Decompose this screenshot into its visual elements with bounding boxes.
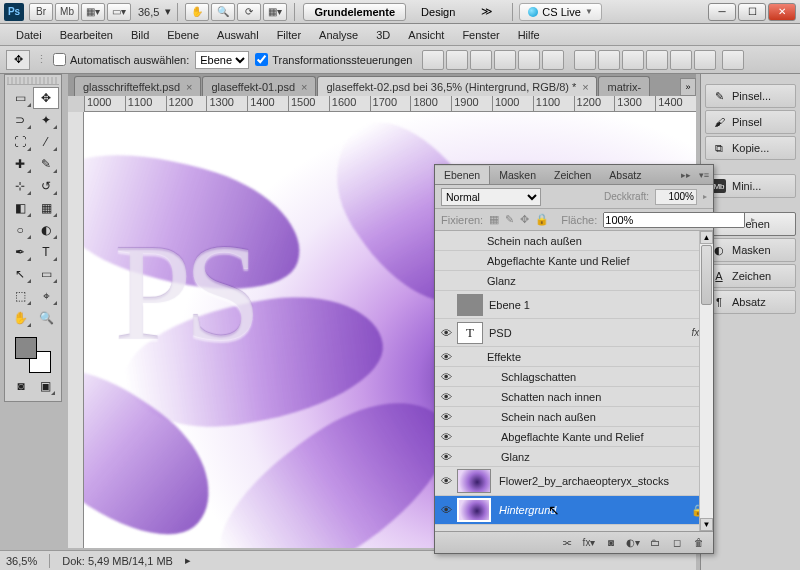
3d-tool[interactable]: ⬚ bbox=[7, 285, 33, 307]
menu-fenster[interactable]: Fenster bbox=[454, 26, 507, 44]
lock-transparent-icon[interactable]: ▦ bbox=[489, 213, 499, 227]
dist-4-icon[interactable] bbox=[646, 50, 668, 70]
auto-select-dropdown[interactable]: Ebene bbox=[195, 51, 249, 69]
visibility-toggle[interactable]: 👁 bbox=[435, 391, 457, 403]
stamp-tool[interactable]: ⊹ bbox=[7, 175, 33, 197]
screenmode-icon[interactable]: ▭▾ bbox=[107, 3, 131, 21]
panel-tab-absatz[interactable]: Absatz bbox=[600, 166, 650, 184]
menu-3d[interactable]: 3D bbox=[368, 26, 398, 44]
menu-analyse[interactable]: Analyse bbox=[311, 26, 366, 44]
zoom-value[interactable]: 36,5 bbox=[138, 6, 159, 18]
lock-all-icon[interactable]: 🔒 bbox=[535, 213, 549, 227]
fx-row[interactable]: Abgeflachte Kante und Relief bbox=[435, 251, 713, 271]
layer-thumb[interactable] bbox=[457, 469, 491, 493]
gradient-tool[interactable]: ▦ bbox=[33, 197, 59, 219]
menu-ebene[interactable]: Ebene bbox=[159, 26, 207, 44]
marquee-tool[interactable]: ▭ bbox=[7, 87, 33, 109]
type-tool[interactable]: T bbox=[33, 241, 59, 263]
visibility-toggle[interactable]: 👁 bbox=[435, 475, 457, 487]
color-swatches[interactable] bbox=[15, 337, 51, 373]
crop-tool[interactable]: ⛶ bbox=[7, 131, 33, 153]
fx-row[interactable]: Glanz bbox=[435, 271, 713, 291]
dist-3-icon[interactable] bbox=[622, 50, 644, 70]
menu-auswahl[interactable]: Auswahl bbox=[209, 26, 267, 44]
maximize-button[interactable]: ☐ bbox=[738, 3, 766, 21]
adjustment-layer-icon[interactable]: ◐▾ bbox=[623, 535, 643, 551]
layer-fx-icon[interactable]: fx▾ bbox=[579, 535, 599, 551]
minibridge-icon[interactable]: Mb bbox=[55, 3, 79, 21]
screenmode-tool-icon[interactable]: ▣ bbox=[33, 375, 57, 397]
panel-tab-zeichen[interactable]: Zeichen bbox=[545, 166, 600, 184]
lock-position-icon[interactable]: ✥ bbox=[520, 213, 529, 227]
tabs-more-icon[interactable]: » bbox=[680, 78, 696, 96]
dodge-tool[interactable]: ◐ bbox=[33, 219, 59, 241]
fx-row[interactable]: 👁Schein nach außen bbox=[435, 407, 713, 427]
workspace-design[interactable]: Design bbox=[410, 3, 466, 21]
hand-tool[interactable]: ✋ bbox=[7, 307, 33, 329]
menu-filter[interactable]: Filter bbox=[269, 26, 309, 44]
dock-pinsel[interactable]: 🖌Pinsel bbox=[705, 110, 796, 134]
cslive-button[interactable]: CS Live ▼ bbox=[519, 3, 601, 21]
layer-row-flower[interactable]: 👁Flower2_by_archaeopteryx_stocks bbox=[435, 467, 713, 496]
auto-align-icon[interactable] bbox=[722, 50, 744, 70]
lock-image-icon[interactable]: ✎ bbox=[505, 213, 514, 227]
dock-pinselvorgaben[interactable]: ✎Pinsel... bbox=[705, 84, 796, 108]
scroll-thumb[interactable] bbox=[701, 245, 712, 305]
blur-tool[interactable]: ○ bbox=[7, 219, 33, 241]
fill-input[interactable] bbox=[603, 212, 745, 228]
wand-tool[interactable]: ✦ bbox=[33, 109, 59, 131]
scroll-up-icon[interactable]: ▲ bbox=[700, 231, 713, 244]
visibility-toggle[interactable]: 👁 bbox=[435, 351, 457, 363]
visibility-toggle[interactable]: 👁 bbox=[435, 504, 457, 516]
layers-scrollbar[interactable]: ▲ ▼ bbox=[699, 231, 713, 531]
dist-6-icon[interactable] bbox=[694, 50, 716, 70]
workspace-more[interactable]: ≫ bbox=[470, 2, 504, 21]
new-group-icon[interactable]: 🗀 bbox=[645, 535, 665, 551]
brush-tool[interactable]: ✎ bbox=[33, 153, 59, 175]
eyedropper-tool[interactable]: ⁄ bbox=[33, 131, 59, 153]
rotate-icon[interactable]: ⟳ bbox=[237, 3, 261, 21]
tab-matrix[interactable]: matrix- bbox=[598, 76, 650, 96]
layer-row-psd[interactable]: 👁TPSDfx ▾ bbox=[435, 319, 713, 347]
scroll-down-icon[interactable]: ▼ bbox=[700, 518, 713, 531]
dist-2-icon[interactable] bbox=[598, 50, 620, 70]
align-right-icon[interactable] bbox=[542, 50, 564, 70]
align-bottom-icon[interactable] bbox=[470, 50, 492, 70]
tab-glasschrifteffekt[interactable]: glasschrifteffekt.psd× bbox=[74, 76, 201, 96]
tab-glaseffekt01[interactable]: glaseffekt-01.psd× bbox=[202, 76, 316, 96]
close-tab-icon[interactable]: × bbox=[301, 81, 307, 93]
history-brush-tool[interactable]: ↺ bbox=[33, 175, 59, 197]
path-select-tool[interactable]: ↖ bbox=[7, 263, 33, 285]
fx-row[interactable]: 👁Schlagschatten bbox=[435, 367, 713, 387]
ruler-horizontal[interactable]: 1000 1100 1200 1300 1400 1500 1600 1700 … bbox=[84, 96, 696, 112]
close-tab-icon[interactable]: × bbox=[186, 81, 192, 93]
bridge-icon[interactable]: Br bbox=[29, 3, 53, 21]
panel-tab-ebenen[interactable]: Ebenen bbox=[435, 166, 490, 184]
visibility-toggle[interactable]: 👁 bbox=[435, 371, 457, 383]
layer-thumb[interactable] bbox=[457, 294, 483, 316]
menu-ansicht[interactable]: Ansicht bbox=[400, 26, 452, 44]
toolbox-grip[interactable] bbox=[7, 77, 59, 85]
menu-datei[interactable]: Datei bbox=[8, 26, 50, 44]
opacity-input[interactable] bbox=[655, 189, 697, 205]
close-tab-icon[interactable]: × bbox=[582, 81, 588, 93]
align-vcenter-icon[interactable] bbox=[446, 50, 468, 70]
status-menu-icon[interactable]: ▸ bbox=[185, 554, 191, 567]
heal-tool[interactable]: ✚ bbox=[7, 153, 33, 175]
quickmask-icon[interactable]: ◙ bbox=[9, 375, 33, 397]
ruler-vertical[interactable] bbox=[68, 112, 84, 548]
blend-mode-dropdown[interactable]: Normal bbox=[441, 188, 541, 206]
eraser-tool[interactable]: ◧ bbox=[7, 197, 33, 219]
minimize-button[interactable]: ─ bbox=[708, 3, 736, 21]
dock-absatz[interactable]: ¶Absatz bbox=[705, 290, 796, 314]
layer-thumb[interactable] bbox=[457, 498, 491, 522]
panel-menu-icon[interactable]: ▾≡ bbox=[695, 170, 713, 180]
delete-layer-icon[interactable]: 🗑 bbox=[689, 535, 709, 551]
align-left-icon[interactable] bbox=[494, 50, 516, 70]
visibility-toggle[interactable]: 👁 bbox=[435, 431, 457, 443]
dock-zeichen[interactable]: AZeichen bbox=[705, 264, 796, 288]
close-button[interactable]: ✕ bbox=[768, 3, 796, 21]
dist-1-icon[interactable] bbox=[574, 50, 596, 70]
zoom-tool[interactable]: 🔍 bbox=[33, 307, 59, 329]
align-top-icon[interactable] bbox=[422, 50, 444, 70]
